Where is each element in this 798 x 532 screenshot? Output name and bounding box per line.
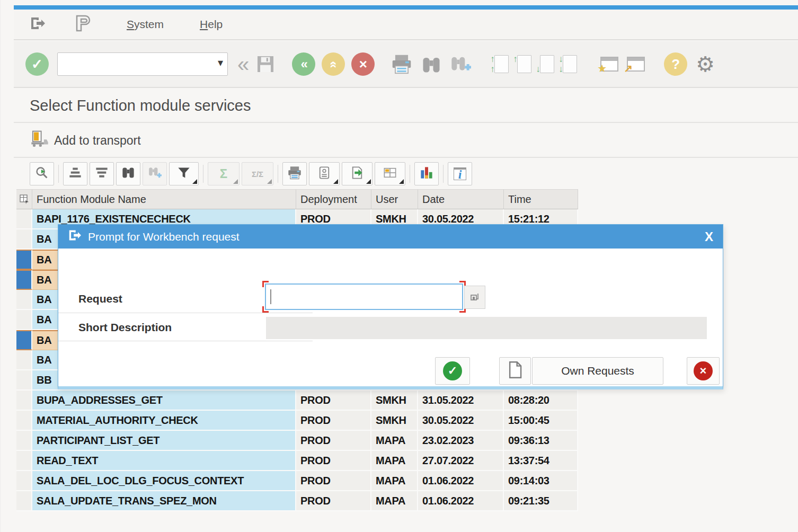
content-background	[14, 512, 798, 532]
layout-button[interactable]	[375, 162, 405, 185]
back-icon: «	[301, 57, 307, 72]
arrow-down-icon: ↓	[558, 65, 563, 74]
row-selector[interactable]	[16, 411, 32, 431]
spreadsheet-button[interactable]	[309, 162, 340, 185]
dialog-exit-icon	[68, 229, 82, 244]
graphic-button[interactable]	[414, 162, 439, 185]
chevron-down-icon[interactable]: ▾	[218, 56, 223, 69]
row-selector[interactable]	[16, 270, 32, 290]
dialog-close-icon[interactable]: X	[705, 229, 713, 244]
enter-button[interactable]: ✓	[25, 52, 49, 76]
row-selector[interactable]	[16, 250, 32, 270]
col-header-time[interactable]: Time	[504, 189, 578, 209]
export-icon	[350, 166, 364, 182]
arrow-down-icon: ↓	[558, 55, 563, 64]
page-down-icon[interactable]: ↓	[540, 55, 554, 73]
own-requests-button[interactable]: Own Requests	[532, 357, 663, 385]
create-shortcut-icon[interactable]: ↗	[627, 57, 645, 72]
print-icon[interactable]	[391, 54, 413, 74]
grid-header-row: Function Module Name Deployment User Dat…	[16, 189, 578, 209]
row-selector[interactable]	[16, 209, 32, 229]
help-button[interactable]: ?	[664, 52, 687, 76]
row-selector[interactable]	[16, 290, 32, 310]
dropdown-caret-icon	[399, 179, 404, 184]
row-selector[interactable]	[16, 451, 32, 471]
row-selector[interactable]	[16, 370, 32, 391]
row-selector[interactable]	[16, 471, 32, 491]
sum-button[interactable]: Σ	[208, 162, 240, 185]
page-up-icon[interactable]: ↑	[517, 55, 531, 73]
star-icon: ★	[597, 62, 607, 75]
table-row[interactable]: SALA_DEL_LOC_DLG_FOCUS_CONTEXT PROD MAPA…	[16, 471, 578, 491]
print-preview-button[interactable]	[282, 162, 307, 185]
row-selector[interactable]	[16, 350, 32, 370]
col-header-user[interactable]: User	[371, 189, 418, 209]
table-row[interactable]: BUPA_ADDRESSES_GET PROD SMKH 31.05.2022 …	[16, 391, 578, 411]
dropdown-caret-icon	[333, 179, 338, 184]
table-row[interactable]: MATERIAL_AUTHORITY_CHECK PROD SMKH 30.05…	[16, 411, 578, 431]
col-header-deployment[interactable]: Deployment	[296, 189, 371, 209]
value-help-button[interactable]	[464, 286, 485, 309]
info-button[interactable]: i	[448, 162, 472, 185]
cancel-circle-icon: ×	[694, 361, 713, 380]
arrow-up-icon: ↑	[513, 55, 518, 64]
dropdown-caret-icon	[267, 179, 272, 184]
find-next-icon[interactable]	[450, 54, 471, 74]
filter-funnel-icon	[177, 166, 191, 182]
new-session-icon[interactable]: ★	[600, 57, 618, 72]
menu-system[interactable]: System	[127, 18, 164, 31]
row-selector[interactable]	[16, 391, 32, 411]
create-request-button[interactable]	[499, 357, 531, 385]
sort-ascending-button[interactable]	[63, 162, 87, 185]
request-input[interactable]	[266, 285, 462, 309]
back-button[interactable]: «	[237, 54, 247, 75]
question-icon: ?	[671, 56, 680, 73]
save-icon[interactable]	[255, 54, 276, 75]
info-icon: i	[458, 167, 462, 182]
first-page-icon[interactable]: ↑ ↑	[494, 55, 509, 73]
text-cursor	[270, 289, 271, 304]
find-button[interactable]	[116, 162, 140, 185]
dialog-title-bar[interactable]: Prompt for Workbench request X	[58, 225, 723, 249]
dropdown-caret-icon	[192, 179, 197, 184]
dialog-cancel-button[interactable]: ×	[687, 357, 720, 385]
screen-title-bar: Select Function module services	[14, 89, 798, 123]
export-button[interactable]	[342, 162, 373, 185]
command-field[interactable]	[57, 52, 228, 76]
find-icon[interactable]	[421, 54, 441, 74]
exit-button[interactable]: «	[292, 52, 315, 76]
menu-exit-icon[interactable]	[30, 16, 46, 33]
customize-layout-icon[interactable]: ⚙	[696, 52, 715, 76]
page-up-button[interactable]: «	[322, 52, 345, 76]
sort-ascending-icon	[68, 166, 82, 182]
sort-descending-button[interactable]	[90, 162, 114, 185]
page-title: Select Function module services	[30, 97, 251, 114]
cancel-button[interactable]: ×	[351, 52, 375, 76]
table-select-icon	[19, 194, 30, 205]
find-next-button[interactable]	[143, 162, 167, 185]
table-row[interactable]: SALA_UPDATE_TRANS_SPEZ_MON PROD MAPA 01.…	[16, 491, 578, 511]
col-header-date[interactable]: Date	[418, 189, 504, 209]
row-selector[interactable]	[16, 229, 32, 250]
row-selector[interactable]	[16, 491, 32, 511]
dialog-continue-button[interactable]: ✓	[435, 357, 470, 385]
add-to-transport-button[interactable]: Add to transport	[54, 134, 141, 148]
check-icon: ✓	[31, 56, 43, 73]
short-description-label: Short Description	[78, 321, 172, 334]
row-selector[interactable]	[16, 310, 32, 330]
layout-grid-icon	[383, 166, 397, 182]
arrow-up-icon: ↑	[490, 55, 495, 64]
transport-truck-icon[interactable]	[31, 130, 49, 150]
row-selector[interactable]	[16, 330, 32, 350]
double-chevron-up-icon: «	[326, 61, 341, 67]
select-all-header[interactable]	[16, 189, 32, 209]
row-selector[interactable]	[16, 431, 32, 451]
table-row[interactable]: READ_TEXT PROD MAPA 27.07.2022 13:37:54	[16, 451, 578, 471]
menu-help[interactable]: Help	[200, 18, 223, 31]
details-button[interactable]	[30, 162, 54, 185]
filter-button[interactable]	[169, 162, 199, 185]
col-header-function-module-name[interactable]: Function Module Name	[32, 189, 296, 209]
subtotal-button[interactable]: Σ/Σ	[242, 162, 273, 185]
last-page-icon[interactable]: ↓ ↓	[563, 55, 577, 73]
table-row[interactable]: PARTICIPANT_LIST_GET PROD MAPA 23.02.202…	[16, 431, 578, 451]
